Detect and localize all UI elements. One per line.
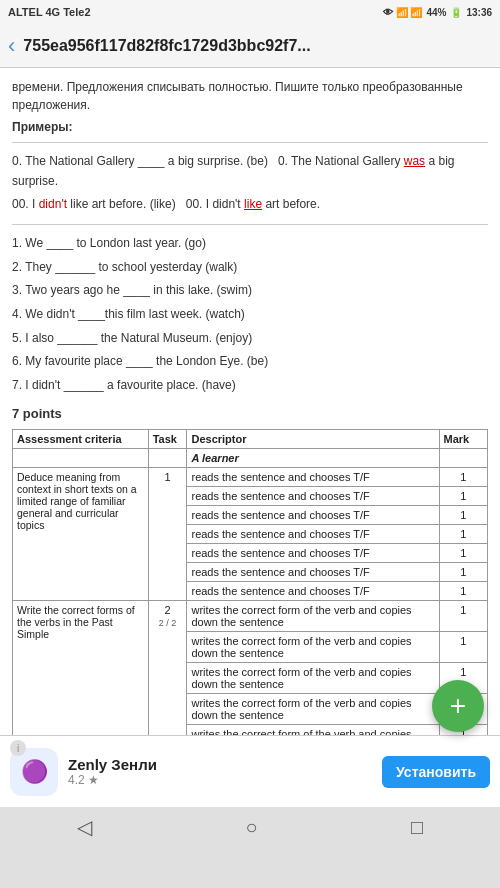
ad-install-button[interactable]: Установить <box>382 756 490 788</box>
mark-cell: 1 <box>439 632 488 663</box>
table-row: Write the correct forms of the verbs in … <box>13 601 488 632</box>
main-content: времени. Предложения списывать полностью… <box>0 68 500 847</box>
task-num-1: 1 <box>148 468 187 601</box>
descriptor-cell: reads the sentence and chooses T/F <box>187 487 439 506</box>
task-5: 5. I also ______ the Natural Museum. (en… <box>12 328 488 350</box>
status-bar: ALTEL 4G Tele2 👁 📶 📶 44% 🔋 13:36 <box>0 0 500 24</box>
info-icon: i <box>17 743 19 754</box>
descriptor-cell: reads the sentence and chooses T/F <box>187 563 439 582</box>
page-indicator: 2 / 2 <box>159 618 177 628</box>
task-2: 2. They ______ to school yesterday (walk… <box>12 257 488 279</box>
nav-recent-button[interactable]: □ <box>391 812 443 843</box>
mark-cell: 1 <box>439 506 488 525</box>
ad-app-name: Zenly Зенли <box>68 756 372 773</box>
nav-home-button[interactable]: ○ <box>225 812 277 843</box>
example-00-original: 00. I didn't like art before. (like) 00.… <box>12 194 488 214</box>
fab-button[interactable]: + <box>432 680 484 732</box>
examples-block: 0. The National Gallery ____ a big surpr… <box>12 151 488 214</box>
divider-2 <box>12 224 488 225</box>
signal-icons: 👁 📶 📶 <box>383 7 423 18</box>
learner-mark-cell <box>439 449 488 468</box>
page-title: 755ea956f117d82f8fc1729d3bbc92f7... <box>23 37 310 55</box>
col-header-descriptor: Descriptor <box>187 430 439 449</box>
time-label: 13:36 <box>466 7 492 18</box>
mark-cell: 1 <box>439 563 488 582</box>
carrier-label: ALTEL 4G Tele2 <box>8 6 91 18</box>
back-button[interactable]: ‹ <box>8 33 15 59</box>
mark-cell: 1 <box>439 487 488 506</box>
zenly-icon: 🟣 <box>21 759 48 785</box>
descriptor-cell: reads the sentence and chooses T/F <box>187 525 439 544</box>
battery-label: 44% <box>426 7 446 18</box>
nav-back-button[interactable]: ◁ <box>57 811 112 843</box>
learner-criteria-cell <box>13 449 149 468</box>
ad-info: Zenly Зенли 4.2 ★ <box>68 756 372 787</box>
divider <box>12 142 488 143</box>
task-4: 4. We didn't ____this film last week. (w… <box>12 304 488 326</box>
mark-cell: 1 <box>439 525 488 544</box>
col-header-criteria: Assessment criteria <box>13 430 149 449</box>
examples-label: Примеры: <box>12 120 488 134</box>
descriptor-cell: writes the correct form of the verb and … <box>187 632 439 663</box>
descriptor-cell: writes the correct form of the verb and … <box>187 601 439 632</box>
descriptor-cell: reads the sentence and chooses T/F <box>187 506 439 525</box>
status-left: ALTEL 4G Tele2 <box>8 6 91 18</box>
col-header-task: Task <box>148 430 187 449</box>
tasks-section: 1. We ____ to London last year. (go) 2. … <box>12 233 488 396</box>
status-right: 👁 📶 📶 44% 🔋 13:36 <box>383 7 492 18</box>
mark-cell: 1 <box>439 468 488 487</box>
example-0-original: 0. The National Gallery ____ a big surpr… <box>12 151 488 192</box>
mark-cell: 1 <box>439 582 488 601</box>
descriptor-cell: writes the correct form of the verb and … <box>187 663 439 694</box>
ad-rating: 4.2 ★ <box>68 773 372 787</box>
col-header-mark: Mark <box>439 430 488 449</box>
mark-cell: 1 <box>439 601 488 632</box>
descriptor-cell: reads the sentence and chooses T/F <box>187 468 439 487</box>
task-3: 3. Two years ago he ____ in this lake. (… <box>12 280 488 302</box>
descriptor-cell: writes the correct form of the verb and … <box>187 694 439 725</box>
task-1: 1. We ____ to London last year. (go) <box>12 233 488 255</box>
descriptor-cell: reads the sentence and chooses T/F <box>187 544 439 563</box>
task-6: 6. My favourite place ____ the London Ey… <box>12 351 488 373</box>
nav-bar: ‹ 755ea956f117d82f8fc1729d3bbc92f7... <box>0 24 500 68</box>
intro-text: времени. Предложения списывать полностью… <box>12 78 488 114</box>
ad-banner: i 🟣 Zenly Зенли 4.2 ★ Установить <box>0 735 500 807</box>
🔋-icon: 🔋 <box>450 7 462 18</box>
learner-label-cell: A learner <box>187 449 439 468</box>
learner-task-cell <box>148 449 187 468</box>
criteria-deduce: Deduce meaning from context in short tex… <box>13 468 149 601</box>
table-row: Deduce meaning from context in short tex… <box>13 468 488 487</box>
points-label: 7 points <box>12 406 488 421</box>
mark-cell: 1 <box>439 544 488 563</box>
task-7: 7. I didn't ______ a favourite place. (h… <box>12 375 488 397</box>
descriptor-cell: reads the sentence and chooses T/F <box>187 582 439 601</box>
bottom-nav: ◁ ○ □ <box>0 807 500 847</box>
